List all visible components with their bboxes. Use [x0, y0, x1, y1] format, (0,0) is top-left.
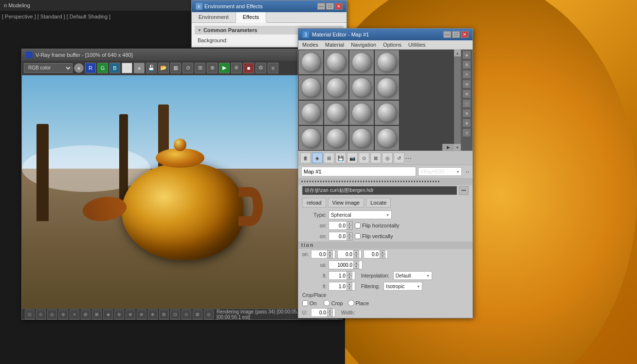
- mat-sphere-12[interactable]: [374, 100, 400, 125]
- fb-clear-btn[interactable]: ⊘: [182, 63, 193, 73]
- mat-sphere-5[interactable]: [298, 75, 324, 100]
- mat-sphere-6[interactable]: [324, 75, 349, 100]
- rgb-level-spinner[interactable]: ▲▼: [328, 282, 355, 291]
- map-type-dropdown[interactable]: VRayHDRI: [418, 167, 462, 176]
- menu-utilities[interactable]: Utilities: [407, 41, 426, 48]
- fb-status-icon-15[interactable]: ⊙: [182, 310, 191, 319]
- u-down[interactable]: ▼: [327, 312, 333, 316]
- coord-z-input[interactable]: [364, 251, 380, 258]
- mat-side-btn-5[interactable]: ⊕: [462, 89, 471, 98]
- fb-r-btn[interactable]: R: [85, 63, 96, 73]
- fb-save-btn[interactable]: 💾: [146, 63, 157, 73]
- coord-y-spinner[interactable]: ▲▼: [337, 250, 362, 259]
- coord-x-input[interactable]: [311, 251, 327, 258]
- mat-sphere-4[interactable]: [374, 50, 400, 75]
- flip-h-checkbox[interactable]: [355, 223, 361, 228]
- u-spinner[interactable]: ▲▼: [311, 308, 335, 317]
- coord-z-down[interactable]: ▼: [380, 254, 385, 258]
- menu-options[interactable]: Options: [382, 41, 402, 48]
- rgb-up[interactable]: ▲: [346, 282, 352, 286]
- fb-white-btn[interactable]: ◻: [122, 63, 132, 73]
- menu-material[interactable]: Material: [324, 41, 345, 48]
- vert-rot-up[interactable]: ▲: [346, 232, 352, 236]
- fb-status-icon-3[interactable]: ◎: [47, 310, 57, 319]
- mat-assign-btn[interactable]: ◈: [312, 153, 323, 163]
- interp-dropdown[interactable]: Default: [393, 271, 432, 280]
- fb-g-btn[interactable]: G: [97, 63, 108, 73]
- on-checkbox[interactable]: [302, 300, 308, 306]
- mat-side-btn-2[interactable]: ⊞: [462, 60, 471, 69]
- color-mode-dropdown[interactable]: RGB color: [24, 63, 73, 73]
- horiz-rot-spinner[interactable]: ▲ ▼: [328, 221, 353, 230]
- view-image-btn[interactable]: View image: [328, 198, 364, 208]
- mat-reset-btn[interactable]: ↺: [394, 153, 404, 163]
- fb-status-icon-14[interactable]: ⊡: [170, 310, 180, 319]
- fb-status-icon-4[interactable]: ⊛: [58, 310, 68, 319]
- mat-save-btn[interactable]: 💾: [335, 153, 346, 163]
- fb-b-btn[interactable]: B: [109, 63, 120, 73]
- mat-backlight-btn[interactable]: ◎: [382, 153, 393, 163]
- u-input[interactable]: [311, 310, 327, 316]
- mat-sphere-13[interactable]: [298, 125, 324, 151]
- fb-status-icon-16[interactable]: ⊠: [193, 310, 202, 319]
- horiz-rot-input[interactable]: [329, 223, 346, 229]
- fb-open-btn[interactable]: 📂: [158, 63, 169, 73]
- coord-x-spinner[interactable]: ▲▼: [311, 250, 335, 259]
- env-effects-minimize[interactable]: —: [317, 3, 325, 10]
- vert-rot-input[interactable]: [329, 233, 346, 240]
- tab-environment[interactable]: Environment: [192, 12, 236, 22]
- mat-side-btn-4[interactable]: ⊛: [462, 80, 471, 88]
- mat-editor-close[interactable]: ✕: [461, 31, 469, 38]
- output-down[interactable]: ▼: [346, 276, 352, 279]
- crop-radio-label[interactable]: Crop: [324, 300, 343, 306]
- mat-side-btn-1[interactable]: ◈: [462, 51, 471, 59]
- menu-modes[interactable]: Modes: [301, 41, 319, 48]
- mat-sphere-9[interactable]: [298, 100, 324, 125]
- on-label[interactable]: On: [302, 300, 317, 306]
- coord-z-up[interactable]: ▲: [380, 250, 385, 254]
- output-amount-input[interactable]: [329, 273, 346, 279]
- flip-v-checkbox[interactable]: [355, 233, 361, 239]
- scroll-track[interactable]: [454, 56, 461, 144]
- mat-sphere-11[interactable]: [349, 100, 374, 125]
- fb-status-icon-17[interactable]: ◎: [204, 310, 214, 319]
- radius-down[interactable]: ▼: [353, 265, 359, 269]
- fb-status-icon-13[interactable]: ⊞: [159, 310, 169, 319]
- map-name-input[interactable]: [301, 167, 416, 176]
- mat-editor-minimize[interactable]: —: [443, 31, 451, 38]
- mat-sphere-14[interactable]: [324, 125, 349, 151]
- mat-sphere-1[interactable]: [298, 50, 324, 75]
- scroll-up-arrow[interactable]: ▲: [454, 50, 461, 56]
- env-effects-controls[interactable]: — □ ✕: [317, 3, 343, 10]
- mat-sphere-3[interactable]: [349, 50, 374, 75]
- output-up[interactable]: ▲: [346, 272, 352, 276]
- radius-spinner[interactable]: ▲▼: [328, 260, 363, 269]
- reload-btn[interactable]: reload: [302, 198, 326, 208]
- fb-status-icon-1[interactable]: ⊡: [25, 310, 35, 319]
- mat-editor-controls[interactable]: — □ ✕: [443, 31, 469, 38]
- vert-rot-down[interactable]: ▼: [346, 236, 352, 240]
- horiz-rot-up[interactable]: ▲: [346, 222, 352, 225]
- mat-side-btn-9[interactable]: ⊙: [462, 128, 471, 137]
- rgb-down[interactable]: ▼: [346, 286, 352, 290]
- fb-display-btn[interactable]: ●: [74, 63, 84, 73]
- rgb-level-input[interactable]: [329, 283, 346, 290]
- output-amount-spinner[interactable]: ▲▼: [328, 271, 355, 280]
- mat-sphere-2[interactable]: [324, 50, 349, 75]
- fb-layers-btn[interactable]: ▦: [170, 63, 181, 73]
- mat-env-btn[interactable]: ⊙: [359, 153, 369, 163]
- filtering-dropdown[interactable]: Isotropic: [383, 282, 422, 291]
- type-dropdown[interactable]: Spherical: [328, 210, 392, 219]
- coord-y-up[interactable]: ▲: [353, 250, 359, 254]
- fb-status-icon-6[interactable]: ⊞: [81, 310, 91, 319]
- env-effects-close[interactable]: ✕: [335, 3, 343, 10]
- fb-status-icon-11[interactable]: ⊗: [137, 310, 146, 319]
- env-effects-maximize[interactable]: □: [326, 3, 334, 10]
- fb-region-btn[interactable]: ⊞: [195, 63, 205, 73]
- mat-side-btn-8[interactable]: ◈: [462, 119, 471, 127]
- tab-effects[interactable]: Effects: [236, 12, 266, 23]
- mat-camera-btn[interactable]: 📷: [347, 153, 358, 163]
- mat-side-btn-6[interactable]: ◻: [462, 99, 471, 108]
- vert-rot-spinner[interactable]: ▲ ▼: [328, 232, 353, 241]
- fb-gray-btn[interactable]: ●: [134, 63, 145, 73]
